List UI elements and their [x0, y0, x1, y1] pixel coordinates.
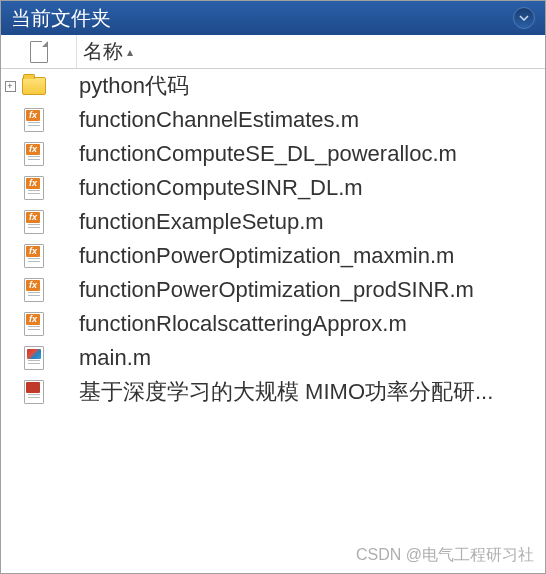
expand-icon[interactable]: +: [5, 81, 16, 92]
item-icon-cell: [19, 380, 49, 404]
function-file-icon: [24, 210, 44, 234]
item-name: functionComputeSINR_DL.m: [49, 175, 541, 201]
function-file-icon: [24, 312, 44, 336]
header-icon-cell: [1, 35, 77, 68]
item-name: python代码: [49, 71, 541, 101]
pdf-file-icon: [24, 380, 44, 404]
item-icon-cell: [19, 210, 49, 234]
item-icon-cell: [19, 278, 49, 302]
item-name: functionComputeSE_DL_poweralloc.m: [49, 141, 541, 167]
folder-icon: [22, 77, 46, 95]
item-name: functionPowerOptimization_prodSINR.m: [49, 277, 541, 303]
item-icon-cell: [19, 142, 49, 166]
item-name: functionRlocalscatteringApprox.m: [49, 311, 541, 337]
list-item[interactable]: functionComputeSINR_DL.m: [1, 171, 545, 205]
list-item[interactable]: main.m: [1, 341, 545, 375]
item-name: functionExampleSetup.m: [49, 209, 541, 235]
matlab-file-icon: [24, 346, 44, 370]
item-icon-cell: [19, 108, 49, 132]
function-file-icon: [24, 108, 44, 132]
column-header-row[interactable]: 名称 ▴: [1, 35, 545, 69]
list-item[interactable]: functionComputeSE_DL_poweralloc.m: [1, 137, 545, 171]
list-item[interactable]: functionChannelEstimates.m: [1, 103, 545, 137]
file-list: +python代码functionChannelEstimates.mfunct…: [1, 69, 545, 573]
item-icon-cell: [19, 176, 49, 200]
column-header-name-label: 名称: [83, 38, 123, 65]
titlebar: 当前文件夹: [1, 1, 545, 35]
column-header-name[interactable]: 名称 ▴: [77, 34, 545, 69]
list-item[interactable]: 基于深度学习的大规模 MIMO功率分配研...: [1, 375, 545, 409]
item-name: main.m: [49, 345, 541, 371]
file-icon: [30, 41, 48, 63]
sort-ascending-icon: ▴: [127, 45, 133, 59]
item-name: functionPowerOptimization_maxmin.m: [49, 243, 541, 269]
panel-menu-button[interactable]: [513, 7, 535, 29]
panel-title: 当前文件夹: [11, 5, 111, 32]
list-item[interactable]: functionPowerOptimization_maxmin.m: [1, 239, 545, 273]
item-icon-cell: [19, 346, 49, 370]
function-file-icon: [24, 142, 44, 166]
current-folder-panel: 当前文件夹 名称 ▴ +python代码functionChannelEstim…: [0, 0, 546, 574]
item-name: 基于深度学习的大规模 MIMO功率分配研...: [49, 377, 541, 407]
list-item[interactable]: +python代码: [1, 69, 545, 103]
item-name: functionChannelEstimates.m: [49, 107, 541, 133]
list-item[interactable]: functionPowerOptimization_prodSINR.m: [1, 273, 545, 307]
item-icon-cell: [19, 77, 49, 95]
list-item[interactable]: functionExampleSetup.m: [1, 205, 545, 239]
expand-cell[interactable]: +: [1, 81, 19, 92]
item-icon-cell: [19, 244, 49, 268]
function-file-icon: [24, 244, 44, 268]
function-file-icon: [24, 176, 44, 200]
list-item[interactable]: functionRlocalscatteringApprox.m: [1, 307, 545, 341]
item-icon-cell: [19, 312, 49, 336]
function-file-icon: [24, 278, 44, 302]
chevron-down-icon: [519, 15, 529, 21]
